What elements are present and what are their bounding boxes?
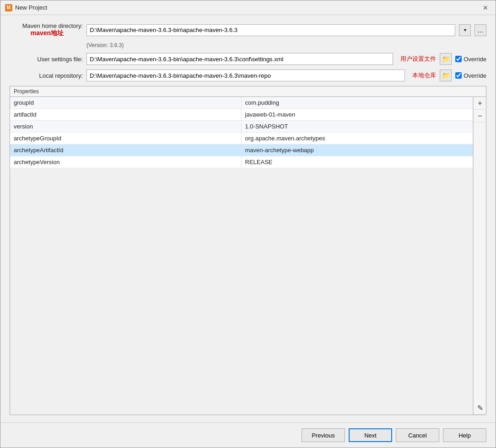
maven-home-input[interactable] (86, 24, 455, 36)
local-repo-input[interactable] (86, 69, 405, 81)
prop-key: archetypeArtifactId (10, 144, 242, 156)
maven-home-row: Maven home directory: maven地址 ▾ … (10, 22, 486, 37)
maven-home-browse-button[interactable]: … (474, 24, 486, 36)
properties-body: groupId com.pudding artifactId javaweb-0… (10, 97, 486, 415)
prop-val: org.apache.maven.archetypes (242, 133, 473, 144)
local-repo-row: Local repository: 本地仓库 📁 Override (10, 69, 486, 81)
add-property-button[interactable]: + (474, 97, 486, 110)
footer: Previous Next Cancel Help (0, 422, 496, 448)
maven-version-text: (Version: 3.6.3) (86, 42, 486, 48)
prop-val: 1.0-SNAPSHOT (242, 121, 473, 132)
properties-title: Properties (10, 86, 486, 97)
prop-key: groupId (10, 97, 242, 108)
user-settings-row: User settings file: 用户设置文件 📁 Override (10, 53, 486, 65)
prop-val: maven-archetype-webapp (242, 144, 473, 156)
cancel-button[interactable]: Cancel (396, 428, 439, 442)
user-settings-override-label: Override (464, 56, 486, 63)
prop-key: archetypeGroupId (10, 133, 242, 144)
previous-button[interactable]: Previous (302, 428, 345, 442)
local-repo-annotation: 本地仓库 (412, 71, 436, 80)
table-row[interactable]: groupId com.pudding (10, 97, 473, 109)
prop-val: RELEASE (242, 156, 473, 168)
local-repo-override-checkbox[interactable] (455, 72, 462, 79)
help-button[interactable]: Help (443, 428, 486, 442)
dialog-content: Maven home directory: maven地址 ▾ … (Versi… (0, 15, 496, 422)
next-button[interactable]: Next (349, 428, 392, 442)
properties-table: groupId com.pudding artifactId javaweb-0… (10, 97, 473, 415)
dialog-title: New Project (15, 4, 47, 11)
properties-actions: + − ✎ (473, 97, 486, 415)
maven-home-dropdown-button[interactable]: ▾ (459, 24, 471, 36)
user-settings-override-checkbox[interactable] (455, 56, 462, 62)
properties-section: Properties groupId com.pudding artifactI… (10, 86, 486, 415)
table-row[interactable]: archetypeGroupId org.apache.maven.archet… (10, 133, 473, 144)
user-settings-input[interactable] (86, 53, 393, 65)
prop-key: artifactId (10, 109, 242, 120)
user-settings-override-wrapper: Override (455, 56, 486, 63)
title-bar: M New Project ✕ (0, 0, 496, 15)
maven-home-annotation: maven地址 (11, 29, 83, 37)
table-row[interactable]: artifactId javaweb-01-maven (10, 109, 473, 121)
prop-key: archetypeVersion (10, 156, 242, 168)
local-repo-override-label: Override (464, 72, 486, 79)
edit-property-button[interactable]: ✎ (474, 402, 486, 415)
new-project-dialog: M New Project ✕ Maven home directory: ma… (0, 0, 496, 448)
local-repo-browse-button[interactable]: 📁 (440, 69, 452, 81)
close-button[interactable]: ✕ (480, 2, 491, 13)
maven-home-label: Maven home directory: (10, 22, 83, 29)
remove-property-button[interactable]: − (474, 110, 486, 123)
prop-val: com.pudding (242, 97, 473, 108)
prop-key: version (10, 121, 242, 132)
local-repo-label: Local repository: (10, 72, 83, 79)
dialog-icon: M (5, 4, 12, 11)
user-settings-label: User settings file: (10, 56, 83, 63)
user-settings-annotation: 用户设置文件 (400, 55, 436, 63)
title-bar-left: M New Project (5, 4, 47, 11)
table-row[interactable]: archetypeVersion RELEASE (10, 156, 473, 168)
prop-val: javaweb-01-maven (242, 109, 473, 120)
local-repo-override-wrapper: Override (455, 72, 486, 79)
user-settings-browse-button[interactable]: 📁 (440, 53, 452, 65)
table-row[interactable]: archetypeArtifactId maven-archetype-weba… (10, 144, 473, 156)
table-row[interactable]: version 1.0-SNAPSHOT (10, 121, 473, 133)
